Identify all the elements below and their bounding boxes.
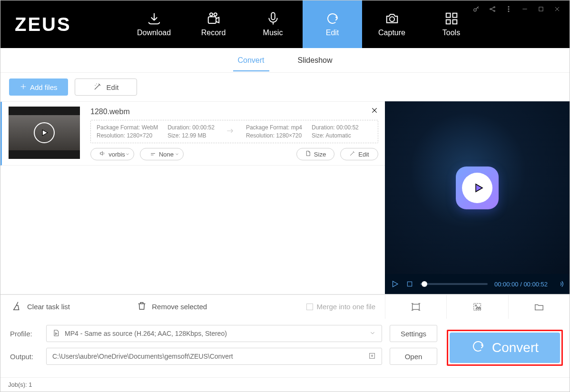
apps-icon [444,11,459,26]
volume-button[interactable] [554,279,564,289]
svg-point-14 [508,9,509,10]
svg-point-11 [494,7,495,8]
timecode: 00:00:00 / 00:00:52 [494,281,548,288]
open-folder-button[interactable] [508,295,570,319]
nav-edit[interactable]: Edit [303,0,362,48]
plus-icon [20,83,27,92]
convert-icon [325,11,340,26]
file-list: 1280.webm Package Format: WebM Resolutio… [0,101,385,294]
arrow-icon [224,127,236,137]
player-bar: 00:00:00 / 00:00:52 [385,274,570,294]
svg-rect-6 [452,13,457,18]
svg-point-10 [490,9,491,10]
convert-icon [471,339,485,357]
share-icon[interactable] [489,5,496,13]
speaker-icon [99,150,106,158]
seek-handle[interactable] [422,281,427,287]
remove-file-button[interactable] [371,107,378,116]
subtitle-icon [150,150,156,158]
content-area: 1280.webm Package Format: WebM Resolutio… [0,101,570,294]
audio-codec-dropdown[interactable]: vorbis [90,148,134,160]
file-metadata: Package Format: WebM Resolution: 1280×72… [90,120,378,143]
svg-rect-18 [413,304,420,309]
trash-icon [137,301,147,313]
seek-bar[interactable] [420,283,488,285]
preview-canvas[interactable] [385,101,570,274]
snapshot-button[interactable] [385,295,446,319]
subtabs: Convert Slideshow [0,48,570,73]
camcorder-icon [206,11,221,26]
nav-label: Tools [442,29,460,37]
play-icon [34,122,55,143]
menu-dots-icon[interactable] [505,5,512,13]
settings-button[interactable]: Settings [390,325,437,342]
close-button[interactable] [553,5,561,13]
profile-dropdown[interactable]: MP4 - Same as source (H.264; AAC, 128Kbp… [46,325,382,342]
download-icon [147,11,161,26]
play-button[interactable] [391,280,399,288]
remove-selected-button[interactable]: Remove selected [125,301,218,313]
nav-label: Download [137,29,171,37]
merge-checkbox[interactable]: Merge into one file [306,303,385,311]
video-file-icon [52,329,60,338]
chevron-down-icon [125,151,130,158]
maximize-button[interactable] [537,5,545,13]
edit-button[interactable]: Edit [75,78,138,96]
preview-tools [385,295,570,319]
nav-music[interactable]: Music [243,0,303,48]
output-path-field[interactable]: C:\Users\aubre\OneDrive\Documents\gemsof… [46,348,382,365]
tab-convert[interactable]: Convert [238,49,265,71]
microphone-icon [266,11,280,26]
nav-download[interactable]: Download [124,0,184,48]
svg-rect-17 [407,282,412,286]
camera-icon [385,11,399,26]
pill-row: vorbis None Size Edit [90,148,378,160]
clear-task-list-button[interactable]: Clear task list [0,301,81,313]
nav-label: Music [263,29,283,37]
nav-capture[interactable]: Capture [362,0,422,48]
file-row[interactable]: 1280.webm Package Format: WebM Resolutio… [0,102,385,166]
svg-point-15 [508,11,509,12]
wand-icon [349,150,355,158]
add-files-button[interactable]: Add files [9,78,68,96]
file-name: 1280.webm [90,108,378,116]
svg-rect-8 [452,20,457,24]
edit-file-button[interactable]: Edit [340,148,378,160]
nav-record[interactable]: Record [184,0,243,48]
output-form: Profile: MP4 - Same as source (H.264; AA… [0,318,447,377]
svg-point-12 [494,10,495,12]
open-output-button[interactable]: Open [390,348,437,365]
checkbox-icon [306,304,313,310]
svg-rect-2 [208,17,216,23]
tab-slideshow[interactable]: Slideshow [298,49,333,71]
convert-highlight: Convert [447,330,563,366]
nav-label: Capture [378,29,405,37]
minimize-button[interactable] [521,5,529,13]
subtitle-dropdown[interactable]: None [140,148,184,160]
svg-point-9 [474,9,476,11]
button-label: Edit [107,83,119,91]
broom-icon [12,301,22,313]
svg-point-0 [209,13,212,16]
size-button[interactable]: Size [296,148,334,160]
file-icon [305,150,311,158]
svg-point-20 [475,304,477,306]
crop-button[interactable] [446,295,508,319]
button-label: Add files [30,83,58,91]
app-logo: ZEUS [15,14,124,35]
save-icon [368,352,376,361]
nav-label: Record [201,29,226,37]
svg-rect-7 [446,20,450,24]
key-icon[interactable] [472,5,480,13]
preview-play-badge [456,167,499,209]
nav-label: Edit [326,29,339,37]
svg-point-1 [214,13,216,16]
main-nav: Download Record Music Edit Capture Tools [124,0,481,48]
stop-button[interactable] [406,280,413,288]
chevron-down-icon [175,151,179,158]
file-thumbnail[interactable] [9,107,80,159]
job-count: Job(s): 1 [8,381,32,388]
convert-button[interactable]: Convert [450,333,560,363]
toolbar: Add files Edit [0,73,570,101]
preview-panel: 00:00:00 / 00:00:52 [385,101,570,294]
